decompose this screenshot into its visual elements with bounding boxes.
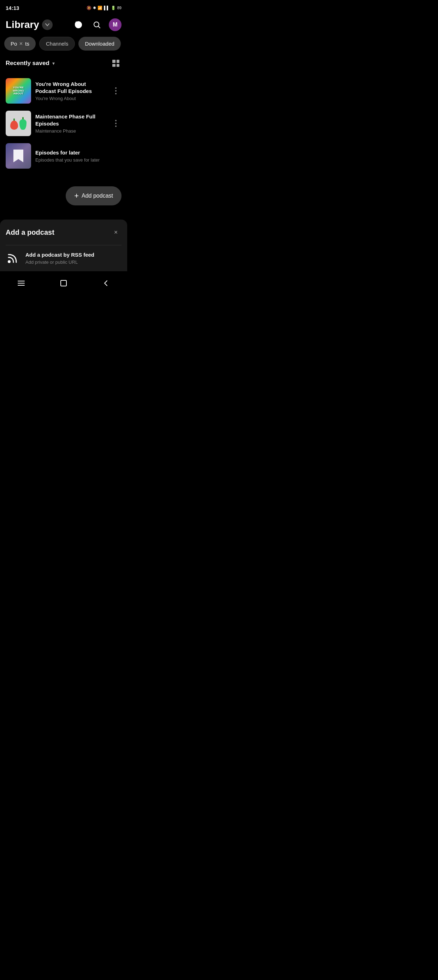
item-thumbnail-ywa: YOU'REWRONGABOUT <box>6 78 31 103</box>
bottom-sheet: Add a podcast × Add a podcast by RSS fee… <box>0 220 127 271</box>
item-thumbnail-mp <box>6 111 31 136</box>
battery-level: 89 <box>117 6 122 10</box>
page-title: Library <box>6 19 39 30</box>
list-items: YOU'REWRONGABOUT You're Wrong About Podc… <box>0 75 127 172</box>
tab-channels-label: Channels <box>46 41 68 47</box>
hamburger-icon <box>17 279 25 288</box>
status-icons: 🔕 ✱ 📶 ▌▌ 🔋 89 <box>87 6 122 10</box>
rss-item-info: Add a podcast by RSS feed Add private or… <box>25 251 94 265</box>
status-time: 14:13 <box>6 5 19 11</box>
bookmark-icon <box>13 150 23 162</box>
item-title: You're Wrong About Podcast Full Episodes <box>35 81 106 94</box>
chevron-down-icon <box>45 22 50 27</box>
item-title: Episodes for later <box>35 149 122 156</box>
search-button[interactable] <box>90 18 103 31</box>
bluetooth-icon: ✱ <box>93 6 96 10</box>
rss-icon <box>6 251 20 265</box>
bottom-sheet-close-button[interactable]: × <box>110 227 122 238</box>
search-icon <box>92 21 101 29</box>
section-title: Recently saved <box>6 60 49 67</box>
rss-feed-item[interactable]: Add a podcast by RSS feed Add private or… <box>6 245 122 271</box>
plus-icon: + <box>74 191 79 200</box>
item-title: Maintenance Phase Full Episodes <box>35 113 106 127</box>
three-dots-icon <box>115 88 117 94</box>
nav-menu-button[interactable] <box>13 275 29 291</box>
signal-icon: ▌▌ <box>104 6 110 10</box>
svg-line-1 <box>98 27 100 28</box>
filter-tab-podcasts[interactable]: Po ✕ ts <box>4 37 36 51</box>
item-subtitle: You're Wrong About <box>35 96 106 101</box>
list-item[interactable]: Maintenance Phase Full Episodes Maintena… <box>6 107 122 140</box>
close-icon: × <box>114 229 118 236</box>
tab-podcasts-suffix: ts <box>25 41 29 47</box>
filter-tab-downloaded[interactable]: Downloaded <box>78 37 121 51</box>
section-chevron-icon: ▾ <box>52 60 55 66</box>
header-right: M <box>72 18 122 31</box>
avatar[interactable]: M <box>109 18 122 31</box>
bottom-sheet-header: Add a podcast × <box>6 227 122 238</box>
tab-close-icon[interactable]: ✕ <box>19 41 23 46</box>
rss-item-subtitle: Add private or public URL <box>25 259 94 265</box>
header: Library M <box>0 14 127 37</box>
three-dots-icon <box>115 120 117 127</box>
item-menu-button[interactable] <box>110 118 122 129</box>
item-menu-button[interactable] <box>110 85 122 97</box>
notification-icon: 🔕 <box>87 6 92 10</box>
list-item[interactable]: YOU'REWRONGABOUT You're Wrong About Podc… <box>6 75 122 107</box>
nav-home-button[interactable] <box>56 275 71 291</box>
rss-item-title: Add a podcast by RSS feed <box>25 251 94 258</box>
grid-view-icon <box>112 60 119 67</box>
item-subtitle: Maintenance Phase <box>35 128 106 134</box>
history-icon <box>74 21 83 29</box>
wifi-icon: 📶 <box>97 6 102 10</box>
status-bar: 14:13 🔕 ✱ 📶 ▌▌ 🔋 89 <box>0 0 127 14</box>
back-icon <box>102 279 110 288</box>
nav-back-button[interactable] <box>98 275 114 291</box>
add-podcast-label: Add podcast <box>82 192 113 199</box>
section-title-group[interactable]: Recently saved ▾ <box>6 60 55 67</box>
item-thumbnail-efl <box>6 143 31 169</box>
item-info: You're Wrong About Podcast Full Episodes… <box>35 81 106 101</box>
library-dropdown-button[interactable] <box>42 19 52 30</box>
filter-tab-channels[interactable]: Channels <box>39 37 75 51</box>
square-icon <box>59 279 68 288</box>
tab-podcasts-prefix: Po <box>11 41 17 47</box>
fab-container: + Add podcast <box>0 172 127 213</box>
section-header: Recently saved ▾ <box>0 57 127 75</box>
list-item[interactable]: Episodes for later Episodes that you sav… <box>6 140 122 172</box>
header-left: Library <box>6 19 52 30</box>
thumbnail-text: YOU'REWRONGABOUT <box>11 85 25 97</box>
tab-downloaded-label: Downloaded <box>85 41 114 47</box>
nav-bar <box>0 271 127 297</box>
pear-shape <box>19 119 27 130</box>
battery-icon: 🔋 <box>111 6 116 10</box>
apple-shape <box>10 121 18 130</box>
grid-toggle-button[interactable] <box>110 57 122 69</box>
svg-point-2 <box>8 260 11 263</box>
filter-tabs: Po ✕ ts Channels Downloaded <box>0 37 127 57</box>
bottom-sheet-title: Add a podcast <box>6 228 54 237</box>
item-info: Maintenance Phase Full Episodes Maintena… <box>35 113 106 134</box>
add-podcast-button[interactable]: + Add podcast <box>66 186 122 205</box>
svg-rect-6 <box>61 280 67 286</box>
history-button[interactable] <box>72 18 85 31</box>
item-subtitle: Episodes that you save for later <box>35 158 122 162</box>
item-info: Episodes for later Episodes that you sav… <box>35 149 122 163</box>
